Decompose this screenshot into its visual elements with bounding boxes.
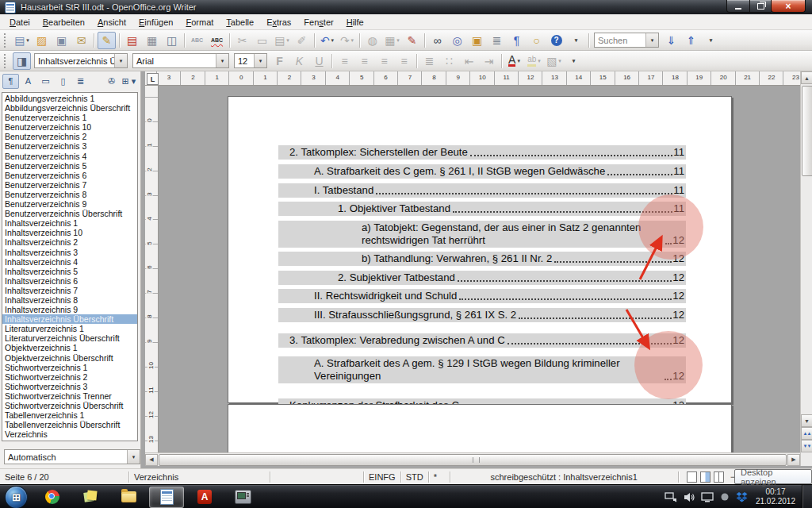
close-button[interactable]: ×	[771, 0, 806, 13]
auto-spellcheck-button[interactable]: ABC	[208, 32, 226, 49]
search-more-button[interactable]: ▾	[702, 32, 720, 49]
style-item[interactable]: Inhaltsverzeichnis 6	[2, 276, 137, 286]
toc-entry[interactable]: 1. Objektiver Tatbestand11	[278, 202, 686, 216]
paragraph-style-dropdown-icon[interactable]: ▾	[114, 54, 127, 67]
scroll-right-icon[interactable]: ▶	[787, 454, 800, 466]
toc-entry[interactable]: A. Strafbarkeit des C gem. § 261 I, II S…	[278, 164, 686, 179]
font-name-select[interactable]: Arial ▾	[132, 53, 229, 68]
page-styles-tab[interactable]: ▯	[55, 74, 71, 89]
style-item[interactable]: Inhaltsverzeichnis 10	[2, 228, 137, 237]
volume-icon[interactable]	[684, 492, 695, 502]
next-page-button[interactable]: ▼▼	[801, 440, 812, 452]
new-style-from-selection-button[interactable]: ⊞ ▾	[121, 74, 137, 89]
status-language[interactable]	[270, 471, 364, 483]
style-item[interactable]: Inhaltsverzeichnis 3	[2, 248, 137, 257]
edit-file-button[interactable]: ✎	[98, 32, 116, 49]
open-button[interactable]: ▨	[33, 32, 51, 49]
network-icon[interactable]	[665, 491, 677, 502]
toolbar-grip[interactable]	[4, 54, 10, 68]
styles-list[interactable]: Abbildungsverzeichnis 1Abbildungsverzeic…	[2, 92, 138, 441]
show-desktop-button[interactable]	[802, 485, 812, 508]
toc-entry[interactable]: b) Tathandlung: Verwahren, § 261 II Nr. …	[278, 252, 686, 266]
toolbar-grip[interactable]	[4, 33, 10, 48]
style-item[interactable]: Benutzerverzeichnis 7	[2, 180, 137, 190]
find-previous-button[interactable]: ⇑	[682, 32, 700, 49]
toc-entry[interactable]: a) Tatobjekt: Gegenstand, der aus einer …	[278, 221, 686, 248]
styles-window-button[interactable]: ◨	[13, 52, 31, 70]
status-modified-flag[interactable]: *	[429, 471, 450, 483]
taskbar-utility-button[interactable]	[225, 487, 260, 508]
navigator-button[interactable]: ◎	[448, 32, 466, 49]
frame-styles-tab[interactable]: ▭	[37, 74, 54, 89]
dropdown-arrow-icon[interactable]: ▾	[331, 37, 335, 44]
menu-extras[interactable]: Extras	[260, 16, 297, 29]
minimize-button[interactable]	[726, 0, 750, 13]
display-icon[interactable]	[701, 492, 714, 502]
status-selection-mode[interactable]: STD	[401, 471, 429, 483]
style-item[interactable]: Literaturverzeichnis Überschrift	[2, 333, 137, 343]
font-name-dropdown-icon[interactable]: ▾	[216, 54, 228, 67]
style-item[interactable]: Benutzerverzeichnis 10	[2, 122, 137, 132]
horizontal-scroll-thumb[interactable]	[159, 454, 787, 466]
style-item[interactable]: Inhaltsverzeichnis 5	[2, 267, 137, 276]
toc-entry[interactable]: 3. Tatkomplex: Verabredung zwischen A un…	[278, 333, 686, 348]
toc-entry[interactable]: A. Strafbarkeit des A gem. § 129 I StGB …	[278, 356, 686, 383]
style-item[interactable]: Benutzerverzeichnis 2	[2, 132, 137, 141]
styles-filter-select[interactable]: Automatisch ▾	[4, 449, 140, 464]
horizontal-ruler[interactable]: L 32101234567891011121314151617181920212…	[145, 71, 800, 86]
scroll-down-icon[interactable]: ▼	[801, 414, 812, 427]
vertical-ruler[interactable]: 012345678910111213	[145, 86, 159, 452]
style-item[interactable]: Abbildungsverzeichnis 1	[2, 94, 137, 103]
style-item[interactable]: Abbildungsverzeichnis Überschrift	[2, 103, 137, 113]
book-view-icon[interactable]	[714, 471, 724, 483]
style-item[interactable]: Verzeichnis	[2, 429, 137, 439]
character-styles-tab[interactable]: A	[20, 74, 36, 89]
font-size-select[interactable]: 12 ▾	[234, 53, 267, 68]
tab-stop-selector[interactable]: L	[147, 73, 159, 85]
document-page[interactable]: 2. Tatkomplex: Sicherstellen der Beute11…	[228, 96, 732, 403]
search-dropdown-icon[interactable]: ▾	[645, 33, 658, 47]
style-item[interactable]: Stichwortverzeichnis Trenner	[2, 391, 137, 401]
taskbar-explorer-button[interactable]	[111, 487, 146, 508]
style-item[interactable]: Inhaltsverzeichnis 1	[2, 218, 137, 228]
menu-tabelle[interactable]: Tabelle	[220, 16, 260, 29]
style-item[interactable]: Inhaltsverzeichnis 7	[2, 286, 137, 295]
style-item[interactable]: Inhaltsverzeichnis 8	[2, 295, 137, 305]
dropdown-arrow-icon[interactable]: ▾	[396, 37, 400, 44]
menu-einfgen[interactable]: Einfügen	[132, 16, 179, 29]
horizontal-scrollbar[interactable]: ◀ ▶	[145, 452, 800, 466]
toolbar1-more-button[interactable]: ▾	[567, 32, 585, 49]
paragraph-style-select[interactable]: Inhaltsverzeichnis Ü ▾	[34, 53, 128, 68]
find-replace-button[interactable]: ∞	[428, 32, 446, 49]
table-of-contents-field[interactable]: 2. Tatkomplex: Sicherstellen der Beute11…	[278, 145, 686, 413]
styles-filter-dropdown-icon[interactable]: ▾	[127, 450, 140, 464]
style-item[interactable]: Benutzerverzeichnis 5	[2, 161, 137, 171]
fill-format-mode-button[interactable]: ✇	[103, 74, 120, 89]
document-page-next[interactable]	[228, 404, 732, 452]
style-item[interactable]: Stichwortverzeichnis 1	[2, 363, 137, 372]
menu-datei[interactable]: Datei	[3, 16, 36, 29]
style-item[interactable]: Benutzerverzeichnis 1	[2, 113, 137, 122]
menu-hilfe[interactable]: Hilfe	[340, 16, 370, 29]
style-item[interactable]: Stichwortverzeichnis 2	[2, 372, 137, 382]
toc-entry[interactable]: III. Strafausschließungsgrund, § 261 IX …	[278, 308, 686, 322]
help-button[interactable]: ?	[547, 32, 565, 49]
status-page-style[interactable]: Verzeichnis	[129, 471, 270, 483]
restore-button[interactable]	[750, 0, 771, 13]
spellcheck-button[interactable]: ABC	[188, 32, 206, 49]
dropdown-arrow-icon[interactable]: ▾	[351, 37, 354, 44]
previous-page-button[interactable]: ▲▲	[801, 427, 812, 440]
vertical-scrollbar[interactable]: ▲ ▼ ▲▲ ▼▼	[800, 71, 812, 452]
page-preview-button[interactable]: ◫	[163, 32, 181, 49]
start-button[interactable]: ⊞	[5, 486, 28, 508]
style-item[interactable]: Inhaltsverzeichnis Überschrift	[2, 314, 137, 324]
style-item[interactable]: Benutzerverzeichnis 6	[2, 171, 137, 180]
status-insert-mode[interactable]: EINFG	[364, 471, 401, 483]
dropdown-arrow-icon[interactable]: ▾	[286, 37, 289, 44]
dropbox-icon[interactable]	[736, 491, 748, 502]
formatting-marks-button[interactable]: ¶	[508, 32, 526, 49]
list-styles-tab[interactable]: ≣	[72, 74, 89, 89]
menu-bearbeiten[interactable]: Bearbeiten	[36, 16, 91, 29]
toc-entry[interactable]: 2. Subjektiver Tatbestand12	[278, 271, 686, 285]
toc-entry[interactable]: 2. Tatkomplex: Sicherstellen der Beute11	[278, 145, 686, 160]
